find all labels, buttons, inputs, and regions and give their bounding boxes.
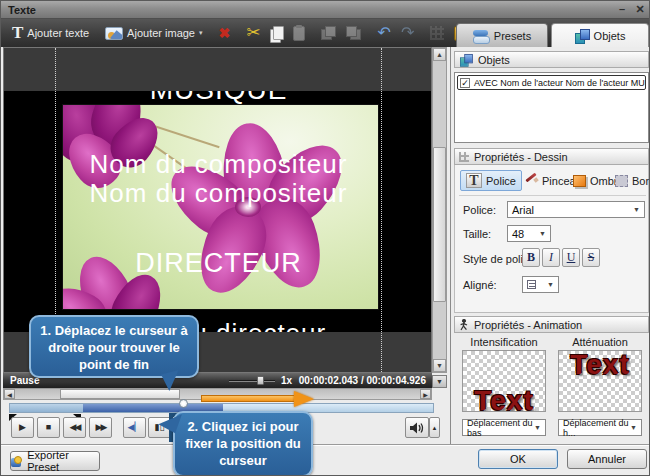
speed-value: 1x	[281, 375, 292, 386]
step-back-icon: ◀▏	[128, 422, 142, 432]
timeline-elapsed	[10, 404, 83, 412]
volume-up-button[interactable]: ▲	[429, 417, 440, 438]
preview-vertical-scrollbar[interactable]: ▲ ▼	[432, 47, 447, 373]
strikethrough-button[interactable]: S	[582, 248, 600, 267]
previous-icon: ◀◀	[70, 422, 80, 432]
horizontal-scroll-thumb[interactable]	[60, 389, 180, 399]
drawing-section-header: Propriétés - Dessin	[454, 148, 649, 165]
object-checkbox[interactable]: ✓	[460, 78, 470, 88]
align-label: Aligné:	[463, 279, 497, 291]
add-image-button[interactable]: Ajouter image ▾	[100, 22, 207, 44]
scissors-icon: ✂	[246, 26, 260, 40]
scroll-down-button[interactable]: ▼	[433, 359, 446, 372]
step-back-button[interactable]: ◀▏	[123, 417, 146, 438]
cut-button[interactable]: ✂	[241, 22, 265, 44]
overlay-text-composer2[interactable]: Nom du compositeur	[4, 178, 432, 209]
bold-button[interactable]: B	[522, 248, 540, 267]
italic-button[interactable]: I	[542, 248, 560, 267]
minimize-button[interactable]: –	[614, 2, 630, 17]
timeline-playhead[interactable]	[179, 399, 188, 408]
font-T-icon: T	[466, 173, 482, 188]
tutorial-callout-step2: 2. Cliquez ici pour fixer la position du…	[173, 411, 313, 476]
bring-forward-button[interactable]	[316, 22, 341, 44]
font-select[interactable]: Arial ▼	[507, 201, 645, 218]
fade-in-effect-select[interactable]: Déplacement du bas ▼	[462, 419, 546, 436]
send-backward-icon	[346, 26, 361, 40]
grid-icon	[430, 26, 444, 40]
fade-in-preview-text: Text	[463, 385, 545, 412]
paste-icon	[293, 26, 305, 41]
copy-button[interactable]	[265, 22, 288, 44]
fade-out-effect-select[interactable]: Déplacement du h... ▼	[558, 419, 642, 436]
selection-marquee-right[interactable]	[381, 48, 382, 373]
image-icon	[105, 27, 123, 40]
tutorial-arrow-right	[201, 391, 315, 407]
align-center-icon	[527, 280, 536, 289]
fade-in-preview[interactable]: Text	[462, 350, 546, 412]
scroll-left-button[interactable]: ◀	[4, 389, 15, 399]
object-item-label: AVEC Nom de l'acteur Nom de l'acteur MUS…	[474, 78, 646, 88]
next-icon: ▶▶	[96, 422, 106, 432]
send-backward-button[interactable]	[341, 22, 366, 44]
delete-icon: ✖	[219, 26, 231, 40]
text-tool-icon: T	[12, 23, 23, 43]
play-button[interactable]: ▶	[11, 417, 34, 438]
paste-button[interactable]	[288, 22, 310, 44]
add-image-dropdown-icon: ▾	[199, 29, 203, 37]
undo-icon: ↶	[377, 26, 390, 40]
object-list-item[interactable]: ✓ AVEC Nom de l'acteur Nom de l'acteur M…	[457, 75, 646, 90]
volume-button[interactable]	[405, 417, 429, 438]
add-text-button[interactable]: T Ajouter texte	[7, 22, 94, 44]
underline-button[interactable]: U	[562, 248, 580, 267]
drawing-header-icon	[459, 152, 469, 162]
scroll-up-button[interactable]: ▲	[433, 48, 446, 61]
animation-section-header: Propriétés - Animation	[454, 316, 649, 333]
font-properties-button[interactable]: T Police	[460, 170, 522, 191]
objects-icon	[575, 29, 589, 42]
delete-button[interactable]: ✖	[214, 22, 236, 44]
export-preset-icon	[11, 456, 22, 467]
play-icon: ▶	[19, 422, 26, 432]
volume-up-icon: ▲	[432, 425, 438, 431]
objects-list[interactable]: ✓ AVEC Nom de l'acteur Nom de l'acteur M…	[454, 72, 649, 143]
ok-button[interactable]: OK	[478, 449, 558, 469]
objects-header-icon	[460, 54, 472, 65]
size-label: Taille:	[463, 228, 491, 240]
border-properties-button[interactable]: Bordure	[610, 170, 650, 191]
export-preset-button[interactable]: Exporter Preset	[10, 451, 100, 471]
drawing-panel-body: T Police Pinceau Ombre Bordure Police: A…	[454, 165, 649, 313]
title-bar: Texte	[1, 1, 650, 19]
fade-in-label: Intensification	[462, 336, 546, 348]
fade-out-preview[interactable]: Text	[558, 350, 642, 412]
presets-icon	[473, 30, 489, 42]
align-select[interactable]: ▼	[522, 276, 559, 293]
letterbox-top	[4, 48, 431, 91]
next-button[interactable]: ▶▶	[89, 417, 112, 438]
undo-button[interactable]: ↶	[372, 22, 395, 44]
stop-button[interactable]: ■	[37, 417, 60, 438]
close-button[interactable]: ✕	[632, 2, 648, 17]
animation-header-icon	[459, 319, 469, 331]
speed-slider[interactable]	[229, 380, 275, 382]
tab-objects[interactable]: Objets	[551, 23, 649, 47]
border-icon	[615, 175, 628, 187]
overlay-text-director[interactable]: DIRECTEUR	[4, 248, 432, 279]
cancel-button[interactable]: Annuler	[567, 449, 647, 469]
stop-icon: ■	[46, 422, 51, 432]
overlay-text-composer1[interactable]: Nom du compositeur	[4, 149, 432, 180]
shadow-icon	[573, 175, 586, 187]
grid-button[interactable]	[425, 22, 449, 44]
speed-slider-handle[interactable]	[257, 376, 264, 385]
window-title: Texte	[1, 4, 36, 16]
bring-forward-icon	[321, 26, 336, 40]
scroll-right-button[interactable]: ▶	[420, 389, 431, 399]
previous-button[interactable]: ◀◀	[63, 417, 86, 438]
speaker-icon	[409, 421, 425, 435]
vertical-scroll-thumb[interactable]	[433, 147, 446, 302]
fade-out-label: Atténuation	[558, 336, 642, 348]
redo-button[interactable]: ↷	[396, 22, 419, 44]
status-dropdown-button[interactable]: ▼	[432, 375, 447, 388]
size-select[interactable]: 48 ▼	[507, 225, 551, 242]
tab-presets[interactable]: Presets	[456, 23, 548, 47]
copy-icon	[270, 26, 283, 41]
